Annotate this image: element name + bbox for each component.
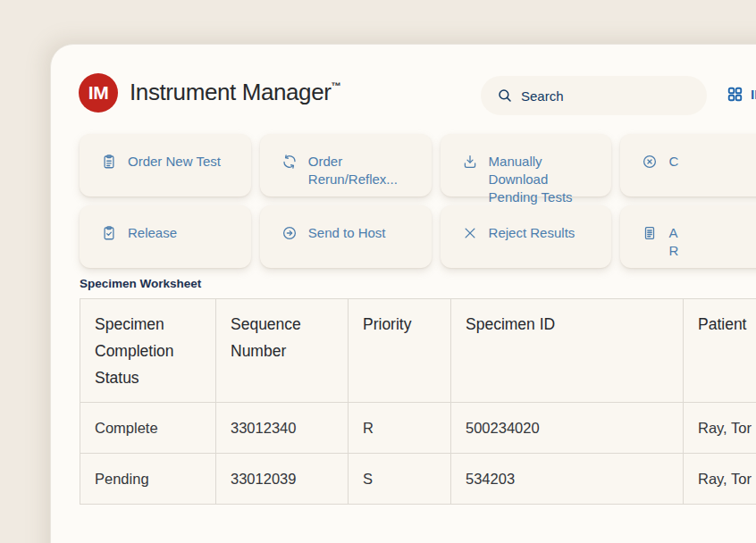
cell-sequence-number: 33012340 [216,403,349,454]
download-icon [462,154,478,174]
table-row[interactable]: Complete 33012340 R 500234020 Ray, Tor [80,403,756,454]
action-label: Order Rerun/Reflex... [308,153,419,188]
col-header-specimen-completion-status: Specimen Completion Status [80,299,216,403]
partial-action-button-report[interactable]: A R [620,205,756,268]
worksheet-header-row: Specimen Completion Status Sequence Numb… [80,299,756,403]
send-to-host-button[interactable]: Send to Host [260,205,432,268]
trademark-symbol: ™ [331,80,340,91]
cell-priority: S [349,454,451,505]
order-rerun-reflex-button[interactable]: Order Rerun/Reflex... [260,134,432,196]
action-label: Send to Host [308,224,386,242]
specimen-worksheet-table: Specimen Completion Status Sequence Numb… [80,298,756,505]
action-label: A [668,224,678,242]
action-label: Order New Test [128,153,221,171]
action-row-2: Release Send to Host Reject Results [80,205,756,268]
col-header-priority: Priority [349,299,451,403]
header: IM Instrument Manager™ IM [51,45,756,134]
partial-action-button-cancel[interactable]: C [620,134,756,196]
search-box[interactable] [481,76,707,115]
reject-results-button[interactable]: Reject Results [441,205,612,268]
cell-specimen-id: 534203 [451,454,684,505]
apps-menu[interactable]: IM [727,86,756,103]
action-label: C [668,153,678,171]
cancel-circle-icon [642,154,658,174]
clipboard-check-icon [101,225,117,246]
clipboard-list-icon [101,154,117,174]
cell-sequence-number: 33012039 [216,454,349,505]
app-title: Instrument Manager™ [130,79,340,106]
action-label: Release [128,224,177,242]
cell-completion-status: Complete [80,403,216,454]
col-header-patient: Patient [684,299,756,403]
search-input[interactable] [521,88,682,104]
manually-download-pending-tests-button[interactable]: Manually Download Pending Tests [441,134,612,196]
col-header-sequence-number: Sequence Number [216,299,349,403]
col-header-specimen-id: Specimen ID [451,299,684,403]
release-button[interactable]: Release [80,205,251,268]
cell-completion-status: Pending [80,454,216,505]
arrow-right-circle-icon [281,225,298,246]
action-row-1: Order New Test Order Rerun/Reflex... [80,134,756,196]
action-button-grid: Order New Test Order Rerun/Reflex... [80,134,756,268]
app-window: IM Instrument Manager™ IM [50,44,756,543]
action-label: Reject Results [489,224,575,242]
table-row[interactable]: Pending 33012039 S 534203 Ray, Tor [80,454,756,505]
apps-menu-label: IM [751,87,756,103]
document-lines-icon [642,225,658,246]
cell-patient: Ray, Tor [684,454,756,505]
apps-grid-icon [727,86,743,103]
action-label-line2: R [668,242,678,260]
rerun-icon [281,154,298,174]
x-icon [462,225,478,246]
im-logo-text: IM [88,82,108,104]
order-new-test-button[interactable]: Order New Test [80,134,251,196]
worksheet-title: Specimen Worksheet [80,277,756,290]
cell-patient: Ray, Tor [684,403,756,454]
cell-specimen-id: 500234020 [451,403,684,454]
im-logo: IM [79,73,118,113]
action-label: Manually Download Pending Tests [489,153,600,206]
cell-priority: R [349,403,451,454]
search-icon [497,88,513,104]
